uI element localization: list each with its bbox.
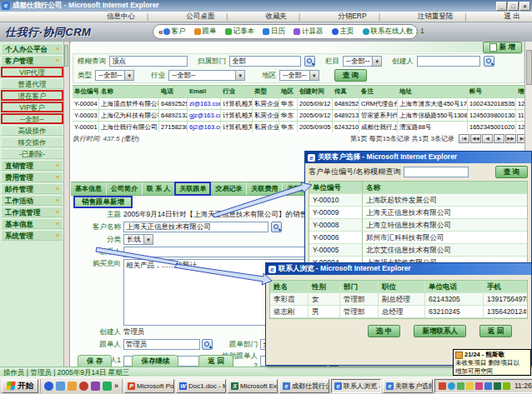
- customer-row[interactable]: Y-00005 北京艾佳信息技术有限公司: [309, 244, 527, 257]
- close-button[interactable]: ×: [519, 2, 530, 11]
- sidebar-scroll-thumb[interactable]: [64, 45, 68, 67]
- email-link[interactable]: zl@163.com: [188, 98, 221, 109]
- sidebar-item[interactable]: -已删除- »: [1, 148, 63, 159]
- menu-item[interactable]: 信息中心 |: [107, 12, 148, 22]
- customer-row[interactable]: Y-00010 上海跃起软件发展公司: [309, 194, 527, 207]
- sidebar-item[interactable]: 工作流管理 »: [1, 207, 63, 217]
- customer-row[interactable]: Y-00009 上海天正信息技术有限公司: [309, 207, 527, 219]
- menu-item[interactable]: 分销ERP |: [338, 12, 380, 22]
- menu-item[interactable]: 公司桌面 |: [186, 12, 228, 22]
- email-link[interactable]: 6j2@163.com: [188, 122, 221, 132]
- toolbar-item[interactable]: 主页: [332, 27, 354, 37]
- tracker-input[interactable]: [123, 339, 200, 350]
- start-button[interactable]: 开始: [2, 379, 38, 393]
- customer-input[interactable]: [123, 222, 269, 232]
- quick-launch-more-icon[interactable]: »: [114, 382, 118, 390]
- menu-item[interactable]: 收藏夹 |: [265, 12, 300, 22]
- table-row[interactable]: Y-00001 上海仕我行有限公司 27158230 6j2@163.com 计…: [73, 122, 528, 132]
- detail-tab[interactable]: 基本信息: [71, 182, 107, 195]
- quick-launch-icon[interactable]: [91, 382, 100, 391]
- sidebar-item[interactable]: 邮件管理 »: [1, 183, 63, 194]
- taskbar-window-button[interactable]: e 联系人浏览 -...: [331, 379, 381, 393]
- tray-icon[interactable]: [503, 382, 510, 390]
- tray-icon[interactable]: [439, 382, 446, 390]
- detail-tab[interactable]: 关联跟单: [175, 182, 211, 195]
- sidebar-item[interactable]: 个人办公平台 »: [1, 43, 63, 54]
- table-header-cell[interactable]: 地址: [398, 86, 468, 97]
- detail-tab[interactable]: 公司简介: [107, 182, 143, 195]
- menu-item[interactable]: 退 出 |: [504, 12, 520, 22]
- quick-launch-icon[interactable]: [56, 382, 65, 391]
- table-header-cell[interactable]: 行业: [221, 86, 253, 97]
- detail-tab[interactable]: 关联费用: [247, 182, 283, 195]
- minimize-button[interactable]: _: [496, 2, 507, 11]
- table-header-cell[interactable]: 传真: [333, 86, 359, 97]
- quick-launch-icon[interactable]: [103, 382, 112, 391]
- taskbar-window-button[interactable]: W Doc1.doc - Micr...: [176, 379, 226, 393]
- fuzzy-query-input[interactable]: [109, 56, 188, 67]
- toolbar-item[interactable]: 记事本: [225, 27, 255, 37]
- add-contact-button[interactable]: 新增联系人: [414, 325, 466, 337]
- select-button[interactable]: 选 中: [368, 325, 400, 337]
- save-button[interactable]: 保 存: [78, 355, 112, 367]
- table-row[interactable]: Y-00003 上海亿为科技有限公司 64892132 gjz@163.com …: [73, 110, 528, 122]
- category-select[interactable]: 长线 ▼: [123, 234, 153, 245]
- industry-select[interactable]: --全部-- ▼: [168, 70, 245, 81]
- area-select[interactable]: --全部-- ▼: [279, 70, 319, 81]
- sidebar-item[interactable]: VIP客户 »: [1, 102, 63, 112]
- pager-nav-icon[interactable]: ◀: [482, 134, 493, 143]
- taskbar-window-button[interactable]: e 成都仕我行公...: [279, 379, 329, 393]
- creator-magnifier-icon[interactable]: [484, 56, 494, 67]
- menu-item-label[interactable]: 注销重登陆: [418, 12, 454, 22]
- taskbar-window-button[interactable]: X Microsoft Excel...: [228, 379, 278, 393]
- sidebar-item[interactable]: 系统管理 »: [1, 230, 63, 241]
- customer-row[interactable]: Y-00008 上海立特信息技术有限公司: [309, 219, 527, 232]
- detail-tab[interactable]: 交易记录: [211, 182, 247, 195]
- menu-item-label[interactable]: 分销ERP: [338, 12, 366, 22]
- quick-launch-icon[interactable]: [44, 382, 53, 391]
- sidebar-item[interactable]: 普通代理 »: [1, 78, 63, 89]
- table-header-cell[interactable]: 备注: [359, 86, 398, 97]
- sidebar-item[interactable]: 移交操作 »: [1, 137, 63, 147]
- taskbar-window-button[interactable]: P Microsoft Powe...: [124, 379, 174, 393]
- column-select[interactable]: --全部-- ▼: [343, 56, 382, 67]
- dept-magnifier-icon[interactable]: [304, 56, 315, 67]
- toolbar-item[interactable]: 跟单: [194, 27, 217, 37]
- pager-nav-icon[interactable]: |◀: [459, 134, 469, 143]
- maximize-button[interactable]: □: [508, 2, 519, 11]
- sidebar-item[interactable]: 基本信息 »: [1, 218, 63, 229]
- sidebar-item[interactable]: 费用管理 »: [1, 172, 63, 182]
- menu-item-label[interactable]: 信息中心: [107, 12, 135, 22]
- main-scroll-thumb[interactable]: [526, 50, 532, 85]
- search-button[interactable]: 查 询: [334, 69, 367, 82]
- table-header-cell[interactable]: 名称: [99, 86, 159, 97]
- quick-launch-icon[interactable]: [79, 382, 88, 391]
- contact-input[interactable]: [123, 247, 309, 257]
- email-link[interactable]: gjz@163.com: [188, 110, 221, 121]
- toolbar-item[interactable]: 计算器: [294, 27, 324, 37]
- table-header-cell[interactable]: 地区: [279, 86, 298, 97]
- menu-item-label[interactable]: 退 出: [504, 12, 520, 22]
- sidebar-item[interactable]: 工作活动 »: [1, 195, 63, 206]
- tray-icon[interactable]: [475, 382, 483, 390]
- quick-launch-icon[interactable]: [68, 382, 77, 391]
- sidebar-item[interactable]: 高级操作 »: [1, 125, 63, 136]
- table-header-cell[interactable]: Email: [188, 86, 221, 97]
- detail-tab[interactable]: 联 系 人: [143, 182, 175, 195]
- taskbar-window-button[interactable]: e 关联客户选择...: [383, 379, 433, 393]
- sidebar-item[interactable]: 直销管理 »: [1, 160, 63, 171]
- save-continue-button[interactable]: 保存继续: [132, 355, 178, 367]
- sidebar-item[interactable]: VIP代理 »: [1, 67, 63, 77]
- tray-icon[interactable]: [494, 382, 501, 390]
- table-header-cell[interactable]: 单位编号: [73, 86, 99, 97]
- pager-nav-icon[interactable]: ▶▶: [505, 134, 516, 143]
- creator-input[interactable]: [417, 56, 480, 67]
- dept-input[interactable]: [229, 56, 301, 67]
- table-header-cell[interactable]: 电话: [159, 86, 188, 97]
- return-button[interactable]: 返 回: [198, 355, 233, 367]
- sidebar-scrollbar[interactable]: [63, 42, 69, 367]
- toolbar-item[interactable]: 客户: [163, 27, 186, 37]
- table-header-cell[interactable]: 类型: [253, 86, 279, 97]
- tray-icon[interactable]: [457, 382, 464, 390]
- contact-row[interactable]: 李彩霞 女 管理部 副总经理 62143205 13917564978: [270, 293, 527, 306]
